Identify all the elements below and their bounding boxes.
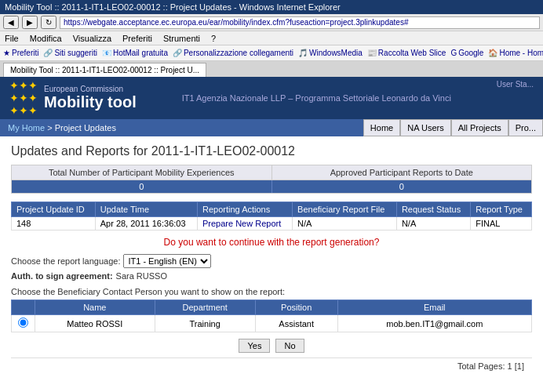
- cell-actions[interactable]: Prepare New Report: [197, 217, 292, 230]
- col-report-type: Report Type: [471, 202, 532, 217]
- total-pages-label: Total Pages: 1: [457, 361, 512, 371]
- browser-title: Mobility Tool :: 2011-1-IT1-LEO02-00012 …: [5, 2, 341, 12]
- auth-label: Auth. to sign agreement:: [11, 271, 113, 281]
- url-bar[interactable]: [60, 16, 540, 29]
- bookmark-raccolta[interactable]: 📰 Raccolta Web Slice: [367, 49, 446, 57]
- contact-radio-cell[interactable]: [12, 315, 35, 332]
- participant-section: Total Number of Participant Mobility Exp…: [11, 165, 532, 194]
- page-footer: Total Pages: 1 [1]: [11, 358, 532, 374]
- participant-header: Total Number of Participant Mobility Exp…: [12, 165, 531, 180]
- cell-id: 148: [12, 217, 96, 230]
- cell-time: Apr 28, 2011 16:36:03: [95, 217, 197, 230]
- eu-header: ✦✦✦✦✦✦✦✦✦ European Commission Mobility t…: [0, 77, 543, 119]
- page-number: [1]: [515, 361, 524, 371]
- bookmark-home[interactable]: 🏠 Home - Home: [488, 49, 543, 57]
- eu-tool-title: Mobility tool: [44, 93, 137, 111]
- menu-file[interactable]: File: [5, 34, 19, 43]
- back-button[interactable]: ◀: [3, 16, 19, 29]
- eu-logo: ✦✦✦✦✦✦✦✦✦ European Commission Mobility t…: [9, 79, 137, 117]
- page-title: Updates and Reports for 2011-1-IT1-LEO02…: [11, 144, 295, 158]
- bookmark-preferiti[interactable]: ★ Preferiti: [3, 49, 38, 57]
- no-button[interactable]: No: [275, 339, 304, 353]
- menu-modifica[interactable]: Modifica: [30, 34, 62, 43]
- eu-program-text: IT1 Agenzia Nazionale LLP – Programma Se…: [137, 93, 497, 103]
- breadcrumb-current: Project Updates: [55, 123, 116, 132]
- language-select[interactable]: IT1 - English (EN): [123, 254, 211, 268]
- contact-col-select: [12, 300, 35, 315]
- language-label: Choose the report language:: [11, 256, 120, 266]
- updates-table: Project Update ID Update Time Reporting …: [11, 201, 532, 230]
- contact-name: Matteo ROSSI: [35, 315, 155, 332]
- participant-values: 0 0: [12, 180, 531, 193]
- menu-help[interactable]: ?: [211, 34, 216, 43]
- form-section: Choose the report language: IT1 - Englis…: [11, 254, 532, 281]
- nav-allprojects-button[interactable]: All Projects: [451, 119, 508, 136]
- forward-button[interactable]: ▶: [22, 16, 38, 29]
- col-beneficiary-report: Beneficiary Report File: [293, 202, 397, 217]
- participant-col1-header: Total Number of Participant Mobility Exp…: [12, 165, 272, 180]
- bookmark-windows[interactable]: 🎵 WindowsMedia: [298, 49, 363, 57]
- menu-visualizza[interactable]: Visualizza: [73, 34, 111, 43]
- table-row: 148 Apr 28, 2011 16:36:03 Prepare New Re…: [12, 217, 532, 230]
- menu-bar: File Modifica Visualizza Preferiti Strum…: [0, 31, 543, 45]
- menu-preferiti[interactable]: Preferiti: [122, 34, 152, 43]
- contact-table-row: Matteo ROSSI Training Assistant mob.ben.…: [12, 315, 532, 332]
- auth-value: Sara RUSSO: [116, 271, 167, 281]
- col-request-status: Request Status: [396, 202, 470, 217]
- participant-val1: 0: [12, 180, 272, 193]
- eu-title-block: European Commission Mobility tool: [44, 85, 137, 111]
- nav-more-button[interactable]: Pro...: [508, 119, 543, 136]
- contact-col-email: Email: [337, 300, 531, 315]
- contact-email: mob.ben.IT1@gmail.com: [337, 315, 531, 332]
- nav-home-button[interactable]: Home: [363, 119, 400, 136]
- nav-nausers-button[interactable]: NA Users: [400, 119, 450, 136]
- language-row: Choose the report language: IT1 - Englis…: [11, 254, 532, 268]
- yes-button[interactable]: Yes: [239, 339, 270, 353]
- browser-nav-bar: ◀ ▶ ↻: [0, 14, 543, 31]
- warning-text: Do you want to continue with the report …: [11, 237, 532, 248]
- bookmark-personalizza[interactable]: 🔗 Personalizzazione collegamenti: [173, 49, 293, 57]
- bookmark-google[interactable]: G Google: [450, 49, 483, 57]
- contact-col-position: Position: [255, 300, 337, 315]
- browser-tab-bar: Mobility Tool :: 2011-1-IT1-LEO02-00012 …: [0, 61, 543, 77]
- active-tab[interactable]: Mobility Tool :: 2011-1-IT1-LEO02-00012 …: [3, 63, 206, 77]
- breadcrumb-separator: >: [47, 123, 52, 132]
- eu-commission-label: European Commission: [44, 85, 137, 93]
- contact-col-dept: Department: [155, 300, 255, 315]
- eu-stars-icon: ✦✦✦✦✦✦✦✦✦: [9, 79, 38, 117]
- browser-title-bar: Mobility Tool :: 2011-1-IT1-LEO02-00012 …: [0, 0, 543, 14]
- breadcrumb-home[interactable]: My Home: [8, 123, 45, 132]
- top-nav-buttons: Home NA Users All Projects Pro...: [363, 119, 543, 136]
- breadcrumb: My Home > Project Updates: [8, 123, 116, 132]
- cell-request-status: N/A: [396, 217, 470, 230]
- action-buttons: Yes No: [11, 339, 532, 353]
- bookmark-hotmail[interactable]: 📧 HotMail gratuita: [102, 49, 168, 57]
- col-project-update-id: Project Update ID: [12, 202, 96, 217]
- contact-col-name: Name: [35, 300, 155, 315]
- contact-position: Assistant: [255, 315, 337, 332]
- participant-col2-header: Approved Participant Reports to Date: [272, 165, 532, 180]
- cell-report-file: N/A: [293, 217, 397, 230]
- menu-strumenti[interactable]: Strumenti: [163, 34, 200, 43]
- auth-row: Auth. to sign agreement: Sara RUSSO: [11, 271, 532, 281]
- col-update-time: Update Time: [95, 202, 197, 217]
- main-content: Updates and Reports for 2011-1-IT1-LEO02…: [0, 136, 543, 382]
- contact-radio[interactable]: [18, 318, 28, 328]
- contact-section-label: Choose the Beneficiary Contact Person yo…: [11, 287, 532, 296]
- participant-val2: 0: [272, 180, 532, 193]
- contact-table: Name Department Position Email Matteo RO…: [11, 299, 532, 332]
- page-nav-bar: My Home > Project Updates Home NA Users …: [0, 119, 543, 136]
- contact-dept: Training: [155, 315, 255, 332]
- refresh-button[interactable]: ↻: [41, 16, 56, 29]
- bookmarks-bar: ★ Preferiti 🔗 Siti suggeriti 📧 HotMail g…: [0, 45, 543, 61]
- bookmark-suggeriti[interactable]: 🔗 Siti suggeriti: [43, 49, 97, 57]
- col-reporting-actions: Reporting Actions: [197, 202, 292, 217]
- cell-report-type: FINAL: [471, 217, 532, 230]
- user-status: User Sta...: [497, 77, 534, 89]
